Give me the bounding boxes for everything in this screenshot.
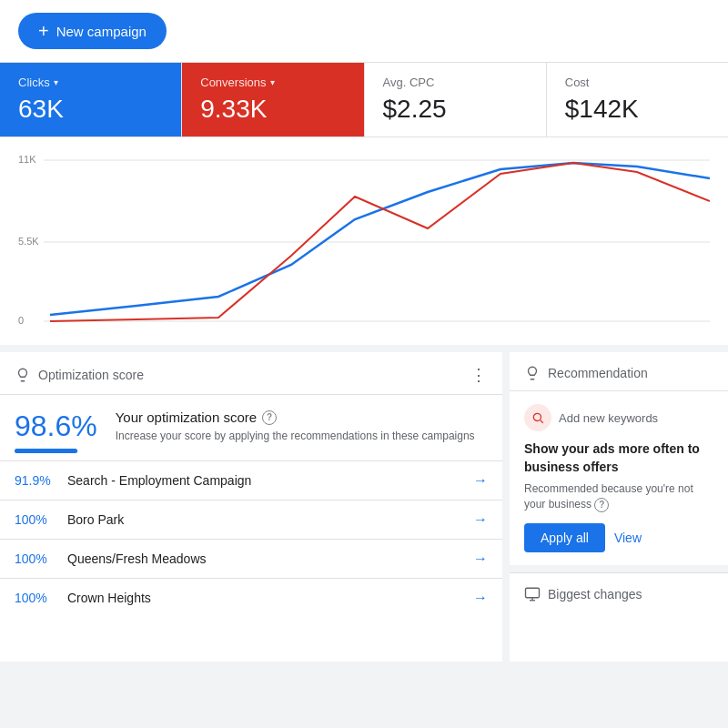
campaign-item-0[interactable]: 91.9% Search - Employment Campaign → <box>0 460 502 500</box>
clicks-value: 63K <box>18 95 163 124</box>
score-description: Your optimization score ? Increase your … <box>116 410 488 444</box>
rec-desc: Recommended because you're not your busi… <box>524 481 713 512</box>
search-icon <box>531 411 544 424</box>
big-score-value: 98.6% <box>15 410 97 443</box>
avg-cpc-label: Avg. CPC <box>383 76 528 89</box>
metric-cost: Cost $142K <box>547 63 728 136</box>
rec-card-header: Add new keywords <box>524 404 713 431</box>
three-dots-menu[interactable]: ⋮ <box>470 365 488 385</box>
conversions-dropdown-icon: ▾ <box>270 77 275 87</box>
apply-all-button[interactable]: Apply all <box>524 523 605 552</box>
metric-clicks[interactable]: Clicks ▾ 63K <box>0 63 182 136</box>
y-label-5.5k: 5.5K <box>18 236 39 247</box>
campaign-item-2[interactable]: 100% Queens/Fresh Meadows → <box>0 539 502 578</box>
svg-line-4 <box>541 420 543 423</box>
svg-rect-5 <box>526 588 540 598</box>
bottom-panels: Optimization score ⋮ 98.6% Your optimiza… <box>0 352 728 662</box>
biggest-changes-label: Biggest changes <box>548 587 642 602</box>
header-bar: + New campaign <box>0 0 728 63</box>
clicks-label: Clicks ▾ <box>18 76 163 89</box>
score-bar-fill <box>15 449 77 453</box>
opt-score-section: 98.6% Your optimization score ? Increase… <box>0 395 502 460</box>
score-subtitle: Increase your score by applying the reco… <box>116 429 488 444</box>
cost-value: $142K <box>565 95 710 124</box>
score-title: Your optimization score ? <box>116 410 488 425</box>
camp-score-2: 100% <box>15 551 60 566</box>
rec-label: Add new keywords <box>559 411 658 425</box>
camp-name-1: Boro Park <box>67 512 473 527</box>
search-icon-circle <box>524 404 551 431</box>
campaign-item-1[interactable]: 100% Boro Park → <box>0 500 502 539</box>
chart-area: 11K 5.5K 0 1st quarter 2020 <box>0 137 728 352</box>
rec-actions: Apply all View <box>524 523 713 552</box>
monitor-icon <box>524 586 541 602</box>
camp-score-0: 91.9% <box>15 473 60 488</box>
opt-header-left: Optimization score <box>15 367 144 383</box>
new-campaign-button[interactable]: + New campaign <box>18 13 167 49</box>
campaign-item-3[interactable]: 100% Crown Heights → <box>0 578 502 617</box>
clicks-dropdown-icon: ▾ <box>54 77 58 87</box>
conversions-value: 9.33K <box>200 95 345 124</box>
svg-point-3 <box>533 413 541 420</box>
camp-arrow-1: → <box>473 511 488 528</box>
camp-name-0: Search - Employment Campaign <box>67 473 473 488</box>
opt-panel-header: Optimization score ⋮ <box>0 352 502 395</box>
view-button[interactable]: View <box>614 531 642 545</box>
rec-info-icon: ? <box>594 498 609 512</box>
campaign-list: 91.9% Search - Employment Campaign → 100… <box>0 460 502 662</box>
plus-icon: + <box>38 22 49 40</box>
camp-arrow-2: → <box>473 551 488 567</box>
opt-panel-title: Optimization score <box>38 368 144 382</box>
rec-lightbulb-icon <box>524 365 541 381</box>
y-label-0: 0 <box>18 315 24 326</box>
biggest-changes-section: Biggest changes <box>510 572 728 615</box>
metrics-row: Clicks ▾ 63K Conversions ▾ 9.33K Avg. CP… <box>0 63 728 137</box>
metric-avg-cpc: Avg. CPC $2.25 <box>365 63 547 136</box>
recommendation-card: Add new keywords Show your ads more ofte… <box>510 391 728 572</box>
conversions-label: Conversions ▾ <box>200 76 345 89</box>
camp-arrow-3: → <box>473 590 488 606</box>
rec-title: Show your ads more often to business off… <box>524 440 713 476</box>
y-label-11k: 11K <box>18 154 36 165</box>
rec-panel-title: Recommendation <box>548 366 648 380</box>
lightbulb-icon <box>15 367 31 383</box>
score-display: 98.6% <box>15 410 97 453</box>
cost-label: Cost <box>565 76 710 89</box>
metric-conversions[interactable]: Conversions ▾ 9.33K <box>182 63 364 136</box>
camp-score-1: 100% <box>15 512 60 527</box>
optimization-panel: Optimization score ⋮ 98.6% Your optimiza… <box>0 352 510 662</box>
right-panel: Recommendation Add new keywords Show you… <box>510 352 728 662</box>
performance-chart: 11K 5.5K 0 1st quarter 2020 <box>18 147 710 329</box>
info-icon: ? <box>262 410 277 425</box>
rec-panel-header: Recommendation <box>510 352 728 391</box>
new-campaign-label: New campaign <box>56 24 147 39</box>
camp-arrow-0: → <box>473 472 488 489</box>
clicks-line <box>50 163 710 315</box>
camp-score-3: 100% <box>15 591 60 605</box>
camp-name-2: Queens/Fresh Meadows <box>67 551 473 566</box>
score-bar <box>15 449 78 453</box>
camp-name-3: Crown Heights <box>67 591 473 605</box>
avg-cpc-value: $2.25 <box>383 95 528 124</box>
